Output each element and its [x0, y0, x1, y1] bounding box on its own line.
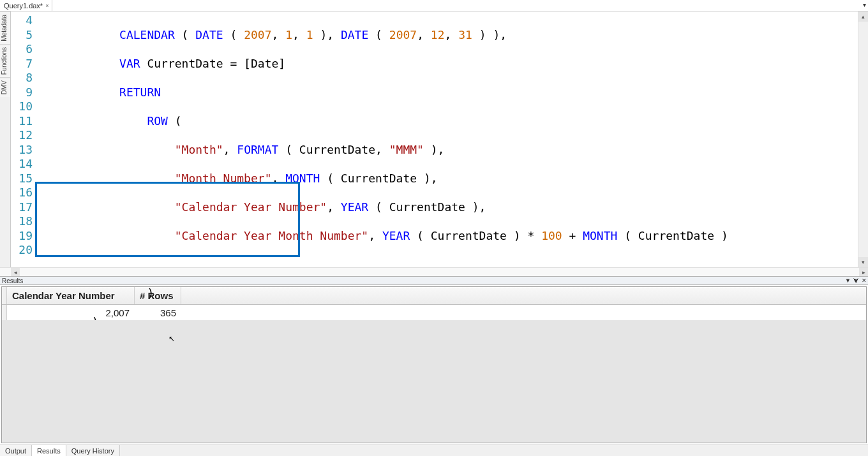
scroll-right-icon[interactable]: ▸: [859, 268, 868, 276]
line-number: 16: [11, 186, 33, 200]
close-icon[interactable]: ×: [45, 3, 49, 9]
line-number: 15: [11, 172, 33, 186]
line-number: 5: [11, 28, 33, 43]
line-number: 9: [11, 85, 33, 100]
line-number: 6: [11, 42, 33, 57]
vertical-scrollbar[interactable]: ▴ ▾: [858, 11, 868, 267]
editor-area: Metadata Functions DMV 45678910111213141…: [0, 11, 868, 267]
scroll-left-icon[interactable]: ◂: [11, 268, 20, 276]
line-number-gutter: 4567891011121314151617181920: [11, 11, 36, 267]
line-number: 7: [11, 57, 33, 71]
results-panel-header: Results ▼ ⮟ ✕: [0, 276, 868, 285]
code-editor[interactable]: 4567891011121314151617181920 CALENDAR ( …: [11, 11, 868, 267]
line-number: 13: [11, 143, 33, 158]
cursor-icon: ↖: [168, 334, 175, 343]
line-number: 14: [11, 157, 33, 172]
row-handle: [2, 305, 7, 320]
line-number: 19: [11, 229, 33, 244]
dropdown-icon[interactable]: ▼: [845, 277, 851, 284]
overflow-menu-icon[interactable]: ▾: [863, 1, 865, 8]
selection-box: [35, 182, 300, 257]
line-number: 12: [11, 128, 33, 143]
line-number: 10: [11, 99, 33, 114]
line-number: 20: [11, 243, 33, 258]
side-tab-metadata[interactable]: Metadata: [0, 11, 10, 44]
results-title: Results: [2, 277, 23, 284]
file-tab-bar: Query1.dax* × ▾: [0, 0, 868, 11]
row-handle: [2, 287, 7, 304]
scroll-down-icon[interactable]: ▾: [858, 257, 868, 267]
side-tab-strip: Metadata Functions DMV: [0, 11, 11, 267]
scroll-up-icon[interactable]: ▴: [858, 11, 868, 22]
line-number: 4: [11, 13, 33, 28]
line-number: 8: [11, 71, 33, 85]
side-tab-dmv[interactable]: DMV: [0, 77, 10, 97]
grid-empty-area: ↖: [2, 320, 866, 443]
file-tab-label: Query1.dax*: [4, 2, 43, 10]
code-area[interactable]: CALENDAR ( DATE ( 2007, 1, 1 ), DATE ( 2…: [36, 11, 858, 267]
tab-output[interactable]: Output: [0, 445, 32, 456]
pin-icon[interactable]: ⮟: [853, 277, 859, 284]
line-number: 17: [11, 200, 33, 215]
line-number: 18: [11, 214, 33, 229]
side-tab-functions[interactable]: Functions: [0, 44, 10, 77]
line-number: 11: [11, 114, 33, 129]
close-icon[interactable]: ✕: [862, 277, 867, 284]
file-tab-query1[interactable]: Query1.dax* ×: [0, 0, 52, 11]
